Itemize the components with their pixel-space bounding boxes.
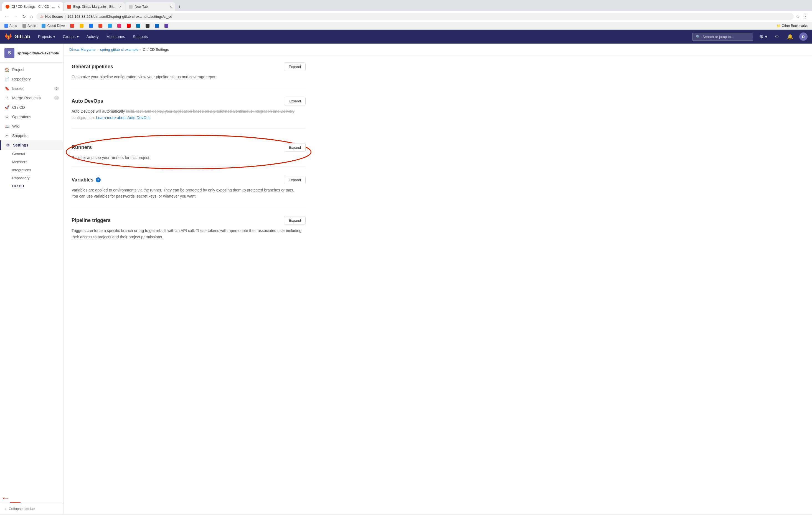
nav-edit-icon[interactable]: ✏ — [774, 32, 781, 41]
bk-favicon-9 — [127, 24, 130, 28]
sidebar-project: S spring-gitlab-ci-example — [0, 44, 63, 63]
expand-button-general[interactable]: Expand — [284, 62, 306, 71]
nav-projects[interactable]: Projects ▾ — [35, 32, 59, 41]
sidebar-item-cicd[interactable]: 🚀 CI / CD — [0, 103, 63, 112]
sidebar-item-issues[interactable]: 🔖 Issues 0 — [0, 84, 63, 93]
bookmark-11[interactable] — [144, 23, 151, 28]
refresh-button[interactable]: ↻ — [21, 13, 27, 20]
bookmark-apple[interactable]: Apple — [21, 23, 37, 28]
nav-snippets[interactable]: Snippets — [129, 32, 151, 41]
section-pipeline-triggers: Pipeline triggers Expand Triggers can fo… — [71, 216, 306, 248]
breadcrumb-link-project[interactable]: spring-gitlab-ci-example — [100, 48, 138, 52]
cicd-icon: 🚀 — [4, 105, 9, 110]
nav-search[interactable]: 🔍 Search or jump to... — [692, 33, 753, 41]
expand-button-devops[interactable]: Expand — [284, 97, 306, 105]
nav-groups[interactable]: Groups ▾ — [60, 32, 82, 41]
section-desc-variables: Variables are applied to environments vi… — [71, 187, 306, 199]
browser-actions: ⋮ — [802, 13, 809, 20]
sidebar-subitem-integrations[interactable]: Integrations — [12, 166, 63, 174]
projects-dropdown-icon: ▾ — [53, 34, 55, 39]
bookmark-3[interactable] — [69, 23, 75, 28]
tab-cicd[interactable]: CI / CD Settings · CI / CD · Dim… × — [2, 2, 63, 11]
bookmark-label-apps: Apps — [9, 24, 17, 28]
nav-plus-button[interactable]: ⊕ ▾ — [758, 32, 769, 41]
bk-favicon-10 — [136, 24, 140, 28]
bk-favicon-5 — [89, 24, 93, 28]
browser-chrome: CI / CD Settings · CI / CD · Dim… × Blog… — [0, 0, 812, 30]
section-desc-runners: Register and see your runners for this p… — [71, 155, 306, 161]
gitlab-logo[interactable]: GitLab — [4, 33, 30, 40]
bookmark-7[interactable] — [107, 23, 113, 28]
nav-milestones-label: Milestones — [107, 34, 125, 39]
sidebar-item-operations[interactable]: ⚙ Operations — [0, 112, 63, 121]
tab-close-newtab[interactable]: × — [170, 4, 172, 9]
sidebar-subitem-cicd[interactable]: CI / CD — [12, 182, 63, 190]
bookmark-label-apple: Apple — [27, 24, 36, 28]
home-button[interactable]: ⌂ — [29, 13, 34, 20]
sidebar-item-project[interactable]: 🏠 Project — [0, 65, 63, 74]
tab-title-newtab: New Tab — [135, 5, 168, 8]
bk-favicon-7 — [108, 24, 112, 28]
nav-issues-icon[interactable]: 🔔 — [785, 32, 795, 41]
bookmarks-bar: Apps Apple iCloud Drive 📁 Other Bookmark… — [0, 22, 812, 30]
sidebar-subitem-general[interactable]: General — [12, 150, 63, 158]
tab-blog[interactable]: Blog: Dimas Maryanto - Gitlab… × — [64, 2, 125, 11]
bookmark-9[interactable] — [126, 23, 132, 28]
snippets-icon: ✂ — [4, 133, 9, 138]
new-tab-button[interactable]: + — [176, 3, 183, 11]
back-button[interactable]: ← — [3, 13, 10, 20]
sidebar-item-settings[interactable]: ⚙ Settings — [0, 140, 63, 150]
bookmark-apps[interactable]: Apps — [3, 23, 18, 28]
project-avatar: S — [4, 48, 14, 58]
nav-milestones[interactable]: Milestones — [103, 32, 128, 41]
sidebar-item-wiki[interactable]: 📖 Wiki — [0, 121, 63, 131]
sidebar-label-wiki: Wiki — [12, 124, 20, 129]
bookmark-5[interactable] — [88, 23, 94, 28]
variables-help-icon[interactable]: ? — [96, 177, 101, 182]
bookmark-label-other: Other Bookmarks — [782, 24, 808, 28]
address-url: 192.168.88.253/dimasm93/spring-gitlab-ci… — [67, 15, 172, 19]
expand-button-variables[interactable]: Expand — [284, 175, 306, 184]
tab-close-cicd[interactable]: × — [58, 4, 60, 9]
bookmark-other[interactable]: 📁 Other Bookmarks — [775, 23, 809, 28]
extensions-button[interactable]: ⋮ — [802, 13, 809, 20]
bookmark-6[interactable] — [97, 23, 104, 28]
bookmark-12[interactable] — [154, 23, 160, 28]
bookmark-13[interactable] — [163, 23, 169, 28]
tab-close-blog[interactable]: × — [119, 4, 121, 9]
folder-icon: 📁 — [777, 24, 781, 28]
nav-groups-label: Groups — [63, 34, 76, 39]
gitlab-app: GitLab Projects ▾ Groups ▾ Activity Mile… — [0, 30, 812, 514]
sidebar-item-repository[interactable]: 📄 Repository — [0, 74, 63, 84]
bookmark-star-icon[interactable]: ☆ — [796, 14, 800, 19]
bookmark-10[interactable] — [135, 23, 141, 28]
tab-bar: CI / CD Settings · CI / CD · Dim… × Blog… — [0, 0, 812, 11]
sidebar-label-repository: Repository — [12, 77, 31, 81]
breadcrumb-link-dimas[interactable]: Dimas Maryanto — [69, 48, 96, 52]
learn-more-link[interactable]: Learn more about Auto DevOps — [96, 115, 151, 120]
tab-title-cicd: CI / CD Settings · CI / CD · Dim… — [12, 5, 55, 8]
forward-button[interactable]: → — [12, 13, 19, 20]
bookmark-icloud[interactable]: iCloud Drive — [40, 23, 66, 28]
tab-newtab[interactable]: New Tab × — [125, 2, 175, 11]
bookmark-8[interactable] — [116, 23, 122, 28]
section-title-triggers: Pipeline triggers — [71, 218, 111, 223]
sidebar-label-issues: Issues — [12, 86, 23, 91]
expand-button-runners[interactable]: Expand — [284, 143, 306, 152]
sidebar-subitem-members[interactable]: Members — [12, 158, 63, 166]
address-input[interactable]: ⚠ Not Secure | 192.168.88.253/dimasm93/s… — [36, 13, 794, 20]
expand-button-triggers[interactable]: Expand — [284, 216, 306, 225]
bookmark-4[interactable] — [79, 23, 85, 28]
sidebar-item-merge-requests[interactable]: ⑂ Merge Requests 0 — [0, 93, 63, 103]
subitem-label-integrations: Integrations — [12, 168, 31, 172]
bk-favicon-11 — [146, 24, 149, 28]
subitem-label-members: Members — [12, 160, 27, 164]
collapse-sidebar-button[interactable]: « Collapse sidebar — [0, 503, 63, 514]
sidebar-item-snippets[interactable]: ✂ Snippets — [0, 131, 63, 140]
operations-icon: ⚙ — [4, 115, 9, 119]
nav-avatar[interactable]: D — [799, 32, 808, 41]
nav-activity[interactable]: Activity — [83, 32, 102, 41]
red-arrow-icon: ←⎯⎯ — [1, 493, 63, 503]
subitem-label-repository: Repository — [12, 176, 29, 180]
sidebar-subitem-repository[interactable]: Repository — [12, 174, 63, 182]
